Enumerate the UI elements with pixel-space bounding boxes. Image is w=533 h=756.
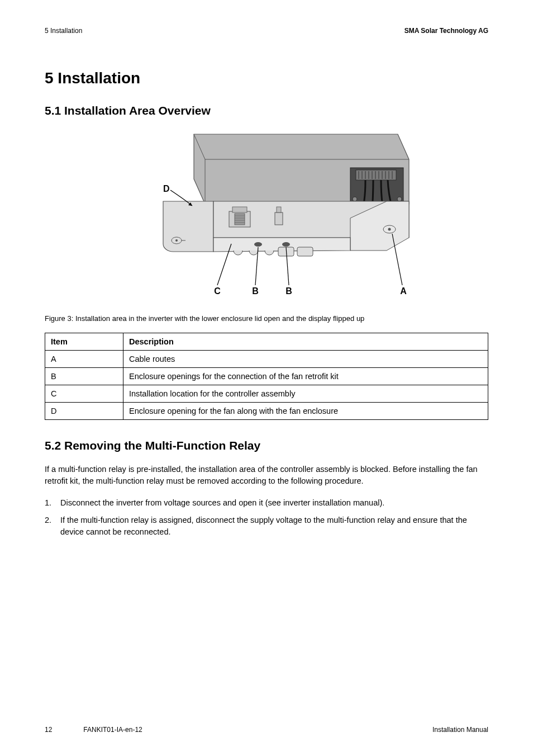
- table-header-item: Item: [45, 333, 123, 351]
- procedure-steps: 1. Disconnect the inverter from voltage …: [45, 497, 488, 538]
- chapter-heading: 5 Installation: [45, 69, 488, 87]
- section-5-1-heading: 5.1 Installation Area Overview: [45, 104, 488, 117]
- svg-rect-28: [275, 212, 283, 225]
- svg-rect-22: [232, 207, 247, 212]
- figure-label-b-2: B: [285, 286, 292, 296]
- table-row: B Enclosure openings for the connection …: [45, 368, 488, 385]
- svg-rect-29: [277, 207, 281, 212]
- table-cell-item: B: [45, 368, 123, 385]
- figure-3: D C B B A: [45, 129, 488, 304]
- table-cell-description: Installation location for the controller…: [123, 385, 488, 403]
- figure-label-b-1: B: [252, 286, 259, 296]
- table-header-description: Description: [123, 333, 488, 351]
- svg-point-18: [175, 239, 178, 242]
- footer-page-number: 12: [45, 726, 52, 734]
- table-row: C Installation location for the controll…: [45, 385, 488, 403]
- svg-point-32: [254, 242, 262, 247]
- table-cell-description: Enclosure openings for the connection of…: [123, 368, 488, 385]
- footer-doc-type: Installation Manual: [432, 726, 488, 734]
- header-section-ref: 5 Installation: [45, 27, 82, 35]
- page-header: 5 Installation SMA Solar Technology AG: [45, 27, 488, 35]
- svg-point-33: [282, 242, 290, 247]
- figure-label-d: D: [163, 184, 170, 193]
- svg-rect-31: [297, 247, 313, 256]
- figure-label-a: A: [400, 286, 407, 296]
- table-cell-description: Enclosure opening for the fan along with…: [123, 403, 488, 420]
- step-text: Disconnect the inverter from voltage sou…: [60, 498, 384, 507]
- svg-point-14: [397, 197, 402, 201]
- section-5-2-intro: If a multi-function relay is pre-install…: [45, 464, 488, 487]
- table-cell-item: C: [45, 385, 123, 403]
- header-company: SMA Solar Technology AG: [404, 27, 488, 35]
- footer-doc-id: FANKIT01-IA-en-12: [83, 726, 142, 734]
- table-cell-description: Cable routes: [123, 351, 488, 368]
- step-2: 2. If the multi-function relay is assign…: [60, 514, 488, 538]
- step-number: 1.: [45, 497, 51, 509]
- installation-items-table: Item Description A Cable routes B Enclos…: [45, 333, 488, 420]
- svg-point-20: [388, 228, 391, 231]
- step-number: 2.: [45, 514, 51, 526]
- figure-label-c: C: [214, 286, 221, 296]
- svg-rect-23: [235, 214, 245, 225]
- figure-3-caption: Figure 3: Installation area in the inver…: [45, 314, 488, 323]
- table-row: A Cable routes: [45, 351, 488, 368]
- table-cell-item: A: [45, 351, 123, 368]
- svg-point-13: [353, 197, 357, 201]
- page-footer: 12 FANKIT01-IA-en-12 Installation Manual: [45, 726, 488, 734]
- step-text: If the multi-function relay is assigned,…: [60, 516, 467, 536]
- section-5-2-heading: 5.2 Removing the Multi-Function Relay: [45, 439, 488, 452]
- table-cell-item: D: [45, 403, 123, 420]
- table-row: D Enclosure opening for the fan along wi…: [45, 403, 488, 420]
- installation-area-diagram: D C B B A: [107, 129, 426, 302]
- step-1: 1. Disconnect the inverter from voltage …: [60, 497, 488, 509]
